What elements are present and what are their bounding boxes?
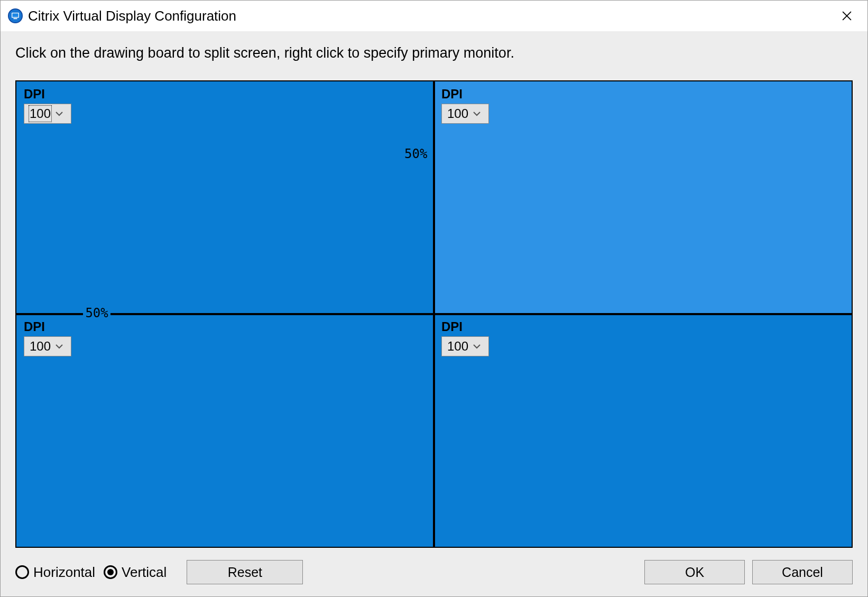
footer: Horizontal Vertical Reset OK Cancel — [15, 558, 853, 586]
dpi-value: 100 — [30, 339, 51, 354]
dpi-value: 100 — [447, 339, 468, 354]
chevron-down-icon — [473, 342, 481, 351]
board-inner: DPI 100 DPI 100 — [16, 81, 852, 547]
monitor-region-top-right[interactable]: DPI 100 — [434, 81, 852, 314]
horizontal-split-line[interactable] — [16, 313, 852, 315]
drawing-board[interactable]: DPI 100 DPI 100 — [15, 80, 853, 548]
chevron-down-icon — [55, 342, 63, 351]
radio-circle-icon — [104, 565, 117, 579]
vertical-split-percent: 50% — [402, 146, 429, 161]
configuration-window: Citrix Virtual Display Configuration Cli… — [0, 0, 868, 597]
ok-button[interactable]: OK — [644, 560, 745, 584]
dpi-select-top-right[interactable]: 100 — [441, 104, 489, 124]
titlebar: Citrix Virtual Display Configuration — [1, 1, 867, 31]
svg-rect-2 — [12, 13, 18, 17]
instruction-text: Click on the drawing board to split scre… — [15, 45, 853, 61]
monitor-region-bottom-left[interactable]: DPI 100 — [16, 314, 434, 547]
horizontal-split-percent: 50% — [83, 306, 110, 320]
radio-vertical-label: Vertical — [122, 564, 167, 581]
dpi-select-top-left[interactable]: 100 — [24, 104, 71, 124]
monitor-region-bottom-right[interactable]: DPI 100 — [434, 314, 852, 547]
dpi-value: 100 — [30, 106, 51, 121]
dpi-value: 100 — [447, 106, 468, 121]
dpi-select-bottom-right[interactable]: 100 — [441, 336, 489, 356]
radio-vertical[interactable]: Vertical — [104, 564, 167, 581]
content-area: Click on the drawing board to split scre… — [1, 31, 867, 596]
window-title: Citrix Virtual Display Configuration — [28, 8, 834, 24]
radio-horizontal[interactable]: Horizontal — [15, 564, 95, 581]
reset-button[interactable]: Reset — [187, 560, 303, 584]
svg-rect-3 — [14, 18, 17, 19]
close-icon — [842, 11, 852, 21]
dpi-label: DPI — [24, 319, 427, 334]
radio-dot-icon — [107, 569, 114, 575]
radio-horizontal-label: Horizontal — [33, 564, 95, 581]
chevron-down-icon — [473, 109, 481, 118]
cancel-button[interactable]: Cancel — [752, 560, 853, 584]
dpi-label: DPI — [441, 319, 844, 334]
radio-circle-icon — [15, 565, 29, 579]
dpi-label: DPI — [441, 87, 844, 102]
chevron-down-icon — [55, 109, 63, 118]
dpi-label: DPI — [24, 87, 427, 102]
app-icon — [8, 8, 23, 23]
orientation-radio-group: Horizontal Vertical — [15, 564, 172, 581]
monitor-region-top-left[interactable]: DPI 100 — [16, 81, 434, 314]
dpi-select-bottom-left[interactable]: 100 — [24, 336, 71, 356]
close-button[interactable] — [834, 3, 860, 29]
